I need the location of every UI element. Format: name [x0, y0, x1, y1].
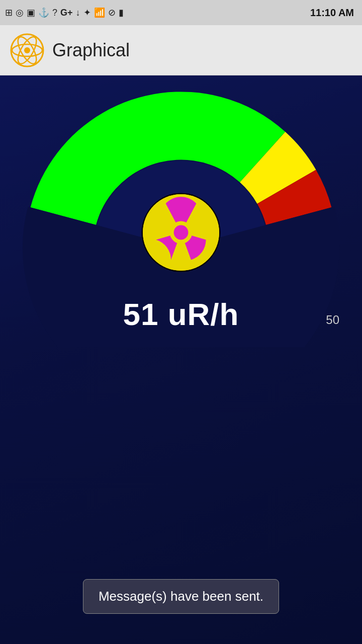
toast-message: Message(s) have been sent. [83, 579, 279, 614]
reading-container: 51 uR/h [123, 296, 239, 332]
status-bar: ⊞ ◎ ▣ ⚓ ? G+ ↓ ✦ 📶 ⊘ ▮ 11:10 AM [0, 0, 362, 25]
location-icon: ◎ [16, 7, 24, 18]
app-title: Graphical [52, 40, 130, 61]
svg-point-1 [24, 47, 30, 53]
gauge-container: 51 uR/h 50 [5, 86, 357, 347]
no-signal-icon: ⊘ [108, 7, 116, 18]
lock-icon: ⚓ [38, 7, 49, 18]
toast-text: Message(s) have been sent. [99, 589, 263, 604]
reading-value: 51 uR/h [123, 296, 239, 332]
battery-icon: ▮ [119, 7, 124, 18]
svg-point-9 [174, 225, 189, 240]
radiation-symbol [141, 192, 221, 273]
help-icon: ? [52, 8, 57, 18]
app-icon [10, 33, 44, 67]
app-bar: Graphical [0, 25, 362, 75]
status-time: 11:10 AM [310, 7, 354, 19]
main-content: 51 uR/h 50 Message(s) have been sent. [0, 75, 362, 644]
add-icon: ⊞ [5, 7, 13, 18]
status-icons-left: ⊞ ◎ ▣ ⚓ ? G+ ↓ ✦ 📶 ⊘ ▮ [5, 7, 124, 18]
bluetooth-icon: ✦ [83, 7, 91, 18]
gplus-icon: G+ [60, 8, 73, 18]
scale-label: 50 [326, 313, 339, 327]
mms-icon: ▣ [27, 7, 35, 18]
wifi-icon: 📶 [94, 7, 105, 18]
atom-icon [10, 33, 44, 67]
download-icon: ↓ [76, 8, 80, 18]
